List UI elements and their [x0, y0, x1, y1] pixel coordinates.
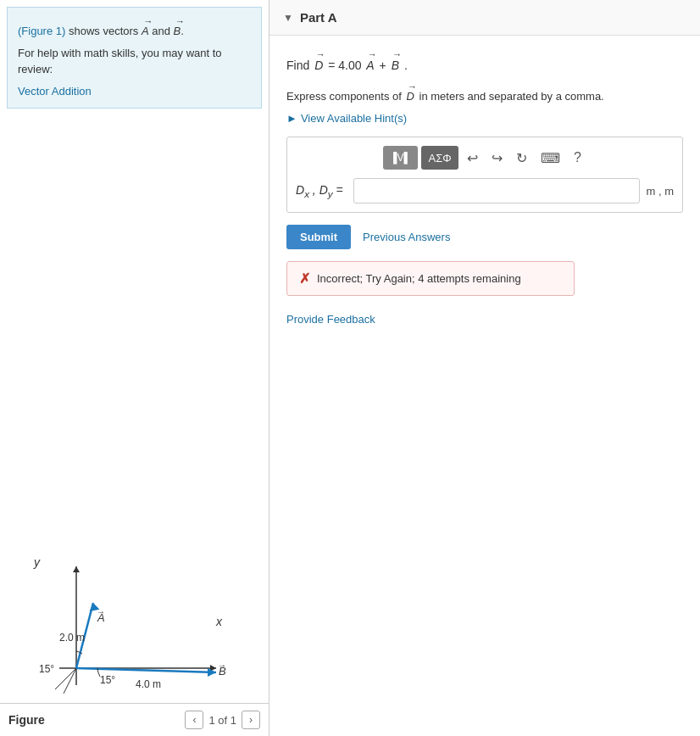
- answer-input[interactable]: [353, 178, 640, 204]
- and-text: and: [149, 25, 174, 37]
- refresh-icon: ↻: [516, 151, 527, 165]
- symbol-button[interactable]: AΣΦ: [421, 146, 458, 170]
- svg-text:y: y: [33, 555, 41, 569]
- left-panel: (Figure 1) shows vectors →A and →B. For …: [0, 0, 269, 736]
- redo-button[interactable]: ↪: [486, 148, 508, 168]
- error-box: ✗ Incorrect; Try Again; 4 attempts remai…: [286, 261, 575, 296]
- keyboard-icon: ⌨: [541, 151, 560, 165]
- provide-feedback-link[interactable]: Provide Feedback: [286, 313, 683, 326]
- figure-canvas: y x: [0, 532, 269, 736]
- eq-equals: = 4.00: [328, 59, 361, 72]
- redo-icon: ↪: [492, 151, 503, 165]
- toolbar: ▐V▌ AΣΦ ↩ ↪ ↻ ⌨ ?: [296, 146, 674, 170]
- hint-text: View Available Hint(s): [301, 112, 407, 125]
- answer-unit: m , m: [647, 185, 675, 198]
- previous-answers-link[interactable]: Previous Answers: [363, 231, 450, 243]
- equation-line: Find →D = 4.00 →A + →B .: [286, 49, 683, 75]
- part-toggle[interactable]: ▼: [283, 12, 293, 24]
- answer-row: Dx , Dy = m , m: [296, 178, 674, 204]
- svg-text:→: →: [97, 607, 105, 616]
- svg-text:4.0 m: 4.0 m: [136, 678, 161, 690]
- undo-button[interactable]: ↩: [462, 148, 483, 168]
- vec-a2: →A: [366, 49, 374, 75]
- input-area: ▐V▌ AΣΦ ↩ ↪ ↻ ⌨ ?: [286, 137, 683, 213]
- hint-link[interactable]: ► View Available Hint(s): [286, 112, 407, 125]
- part-header: ▼ Part A: [269, 0, 700, 36]
- vec-b2: →B: [392, 49, 399, 75]
- symbol-text: AΣΦ: [429, 152, 452, 164]
- figure-link[interactable]: (Figure 1): [18, 25, 65, 37]
- vec-b-label: →B: [174, 16, 181, 40]
- info-box: (Figure 1) shows vectors →A and →B. For …: [7, 7, 262, 109]
- undo-icon: ↩: [467, 151, 478, 165]
- figure-svg: y x: [8, 541, 254, 728]
- svg-line-6: [55, 668, 76, 689]
- figure-area: Figure ‹ 1 of 1 › y x: [0, 115, 269, 736]
- part-label: Part A: [300, 10, 337, 25]
- help-button[interactable]: ?: [569, 148, 586, 167]
- find-text: Find: [286, 59, 309, 72]
- refresh-button[interactable]: ↻: [511, 148, 532, 168]
- help-text: For help with math skills, you may want …: [18, 45, 251, 78]
- description-text: shows vectors: [65, 25, 142, 37]
- hint-triangle: ►: [286, 112, 297, 125]
- svg-marker-5: [73, 566, 80, 572]
- svg-text:2.0 m: 2.0 m: [59, 632, 85, 644]
- part-content: Find →D = 4.00 →A + →B . Express compone…: [269, 36, 700, 339]
- format-icon: ▐V▌: [390, 152, 411, 164]
- format-button[interactable]: ▐V▌: [383, 146, 418, 170]
- right-panel: ▼ Part A Find →D = 4.00 →A + →B . Expres…: [269, 0, 700, 736]
- button-row: Submit Previous Answers: [286, 225, 683, 249]
- svg-text:15°: 15°: [100, 674, 115, 686]
- answer-label: Dx , Dy =: [296, 183, 347, 199]
- svg-text:→: →: [218, 661, 226, 670]
- svg-text:15°: 15°: [39, 663, 54, 675]
- help-icon: ?: [574, 150, 581, 164]
- error-x-icon: ✗: [299, 270, 310, 287]
- express-line: Express components of →D in meters and s…: [286, 83, 683, 103]
- svg-text:x: x: [215, 615, 223, 628]
- vec-d: →D: [314, 49, 323, 75]
- keyboard-button[interactable]: ⌨: [536, 148, 565, 168]
- vector-addition-link[interactable]: Vector Addition: [18, 85, 92, 98]
- submit-button[interactable]: Submit: [286, 225, 351, 249]
- error-message: Incorrect; Try Again; 4 attempts remaini…: [317, 272, 521, 285]
- vec-a-label: →A: [142, 16, 149, 40]
- svg-line-7: [64, 668, 76, 694]
- plus-text: +: [380, 59, 386, 72]
